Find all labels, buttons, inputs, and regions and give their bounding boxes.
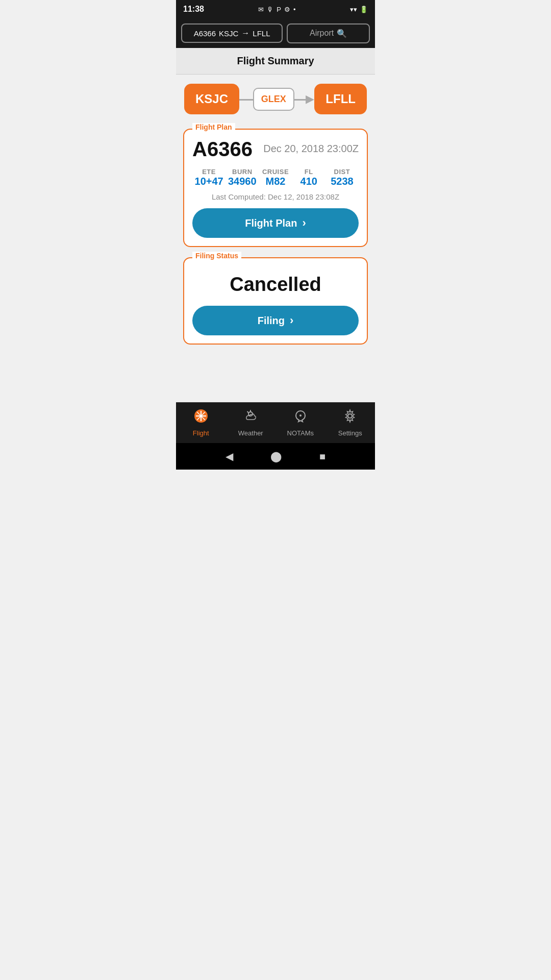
- fp-btn-arrow-icon: ›: [302, 216, 306, 230]
- filing-button[interactable]: Filing ›: [192, 306, 359, 335]
- settings-tab-icon: [343, 409, 357, 427]
- bottom-nav: Flight Weather NOTAMs: [176, 402, 375, 443]
- status-icons-mid: ✉ 🎙 P ⚙ •: [258, 6, 295, 13]
- dot-icon: •: [293, 6, 296, 13]
- route-dest: LFLL: [314, 84, 367, 114]
- route-line: GLEX: [239, 88, 308, 111]
- weather-tab-icon: [243, 409, 258, 427]
- fp-dist-label: DIST: [334, 168, 350, 176]
- fp-cruise-label: CRUISE: [262, 168, 289, 176]
- gear-status-icon: ⚙: [284, 6, 290, 13]
- fp-burn-label: BURN: [232, 168, 253, 176]
- fp-cruise-value: M82: [266, 176, 286, 187]
- fp-flight-id: A6366: [192, 138, 253, 161]
- flight-plan-button[interactable]: Flight Plan ›: [192, 208, 359, 238]
- fp-header: A6366 Dec 20, 2018 23:00Z: [192, 138, 359, 163]
- status-time: 11:38: [183, 5, 204, 14]
- tab-notams[interactable]: NOTAMs: [276, 405, 325, 441]
- filing-status-text: Cancelled: [192, 266, 359, 306]
- tab-flight[interactable]: Flight: [176, 405, 226, 441]
- airport-search-icon: 🔍: [337, 29, 347, 38]
- fp-stat-burn: BURN 34960: [226, 168, 259, 187]
- filing-status-card-label: Filing Status: [192, 252, 241, 260]
- flight-route-button[interactable]: A6366 KSJC → LFLL: [181, 23, 283, 43]
- main-spacer: [176, 350, 375, 402]
- route-waypoint: GLEX: [253, 88, 294, 111]
- fp-stat-ete: ETE 10+47: [192, 168, 226, 187]
- section-title: Flight Summary: [176, 48, 375, 75]
- parking-icon: P: [277, 6, 281, 13]
- flight-plan-card-label: Flight Plan: [192, 123, 235, 131]
- route-origin: KSJC: [184, 84, 239, 114]
- svg-point-9: [299, 414, 302, 416]
- fp-dist-value: 5238: [331, 176, 354, 187]
- notams-tab-icon: [293, 409, 308, 427]
- fp-date: Dec 20, 2018 23:00Z: [263, 143, 359, 155]
- back-button[interactable]: ◀: [226, 450, 233, 462]
- battery-icon: 🔋: [360, 6, 368, 13]
- tab-notams-label: NOTAMs: [287, 429, 314, 437]
- fp-ete-value: 10+47: [195, 176, 223, 187]
- tab-settings[interactable]: Settings: [325, 405, 375, 441]
- system-nav: ◀ ⬤ ■: [176, 443, 375, 470]
- mic-icon: 🎙: [267, 6, 273, 13]
- svg-line-8: [247, 412, 248, 413]
- wifi-icon: ▾▾: [350, 6, 357, 13]
- status-bar: 11:38 ✉ 🎙 P ⚙ • ▾▾ 🔋: [176, 0, 375, 18]
- tab-flight-label: Flight: [193, 429, 209, 437]
- flight-origin-label: KSJC: [219, 29, 238, 38]
- flight-plan-card: Flight Plan A6366 Dec 20, 2018 23:00Z ET…: [183, 129, 368, 247]
- fp-fl-label: FL: [305, 168, 313, 176]
- svg-point-10: [348, 414, 352, 418]
- svg-point-6: [248, 412, 253, 416]
- airport-search-button[interactable]: Airport 🔍: [287, 23, 370, 43]
- status-icons-right: ▾▾ 🔋: [350, 6, 368, 13]
- recent-button[interactable]: ■: [319, 451, 325, 462]
- airport-label: Airport: [310, 29, 334, 38]
- fp-stat-cruise: CRUISE M82: [259, 168, 292, 187]
- fp-last-computed: Last Computed: Dec 12, 2018 23:08Z: [192, 192, 359, 201]
- fp-btn-label: Flight Plan: [245, 217, 297, 229]
- tab-weather[interactable]: Weather: [226, 405, 276, 441]
- flight-tab-icon: [194, 409, 208, 427]
- home-button[interactable]: ⬤: [270, 450, 282, 462]
- route-row: KSJC GLEX ▶ LFLL: [176, 75, 375, 124]
- mail-icon: ✉: [258, 6, 264, 13]
- fp-burn-value: 34960: [228, 176, 257, 187]
- tab-settings-label: Settings: [338, 429, 362, 437]
- flight-dest-label: LFLL: [253, 29, 270, 38]
- filing-status-card: Filing Status Cancelled Filing ›: [183, 257, 368, 345]
- fp-fl-value: 410: [300, 176, 317, 187]
- fp-stat-fl: FL 410: [292, 168, 325, 187]
- filing-btn-label: Filing: [258, 315, 285, 327]
- fp-stat-dist: DIST 5238: [325, 168, 359, 187]
- fp-stats-row: ETE 10+47 BURN 34960 CRUISE M82 FL 410 D…: [192, 168, 359, 187]
- tab-weather-label: Weather: [238, 429, 263, 437]
- flight-id-label: A6366: [194, 29, 216, 38]
- fp-ete-label: ETE: [202, 168, 216, 176]
- top-nav: A6366 KSJC → LFLL Airport 🔍: [176, 18, 375, 48]
- filing-btn-arrow-icon: ›: [290, 314, 293, 327]
- route-arrow-icon: →: [241, 29, 249, 38]
